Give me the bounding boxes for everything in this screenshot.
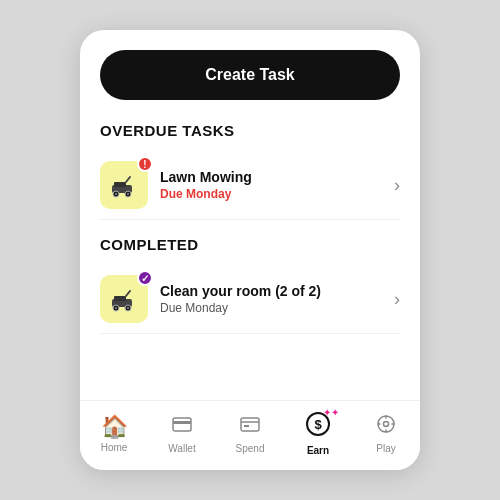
- nav-label-home: Home: [101, 442, 128, 453]
- nav-item-spend[interactable]: Spend: [216, 413, 284, 454]
- nav-item-wallet[interactable]: Wallet: [148, 413, 216, 454]
- nav-item-home[interactable]: 🏠 Home: [80, 414, 148, 453]
- completed-section-title: COMPLETED: [100, 236, 400, 253]
- svg-point-6: [127, 193, 129, 195]
- overdue-task-item[interactable]: ! Lawn Mowing Due Monday ›: [100, 151, 400, 220]
- nav-label-spend: Spend: [236, 443, 265, 454]
- overdue-task-chevron: ›: [394, 175, 400, 196]
- nav-label-wallet: Wallet: [168, 443, 195, 454]
- task-icon-completed: ✓: [100, 275, 148, 323]
- overdue-task-due: Due Monday: [160, 187, 394, 201]
- play-icon: [375, 413, 397, 441]
- completed-task-item[interactable]: ✓ Clean your room (2 of 2) Due Monday ›: [100, 265, 400, 334]
- svg-rect-15: [173, 421, 191, 424]
- nav-item-play[interactable]: Play: [352, 413, 420, 454]
- wallet-icon: [171, 413, 193, 441]
- task-icon-overdue: !: [100, 161, 148, 209]
- nav-label-play: Play: [376, 443, 395, 454]
- overdue-section-title: OVERDUE TASKS: [100, 122, 400, 139]
- completed-task-due: Due Monday: [160, 301, 394, 315]
- nav-item-earn[interactable]: $ ✦✦ Earn: [284, 411, 352, 456]
- svg-text:$: $: [314, 417, 322, 432]
- svg-point-5: [115, 193, 117, 195]
- main-content: Create Task OVERDUE TASKS ! Lawn Mowing: [80, 30, 420, 400]
- spend-icon: [239, 413, 261, 441]
- bottom-nav: 🏠 Home Wallet Spend: [80, 400, 420, 470]
- phone-container: Create Task OVERDUE TASKS ! Lawn Mowing: [80, 30, 420, 470]
- svg-rect-8: [114, 296, 126, 301]
- svg-rect-14: [173, 418, 191, 431]
- create-task-button[interactable]: Create Task: [100, 50, 400, 100]
- earn-icon: $ ✦✦: [305, 411, 331, 443]
- svg-point-12: [115, 307, 117, 309]
- overdue-task-info: Lawn Mowing Due Monday: [160, 169, 394, 201]
- svg-rect-16: [241, 418, 259, 431]
- overdue-badge: !: [137, 156, 153, 172]
- nav-label-earn: Earn: [307, 445, 329, 456]
- completed-task-name: Clean your room (2 of 2): [160, 283, 394, 299]
- svg-rect-18: [244, 425, 249, 427]
- svg-rect-1: [114, 182, 126, 187]
- completed-task-chevron: ›: [394, 289, 400, 310]
- svg-point-26: [384, 422, 389, 427]
- completed-task-info: Clean your room (2 of 2) Due Monday: [160, 283, 394, 315]
- earn-sparkles: ✦✦: [323, 407, 339, 418]
- completed-badge: ✓: [137, 270, 153, 286]
- home-icon: 🏠: [101, 414, 128, 440]
- overdue-task-name: Lawn Mowing: [160, 169, 394, 185]
- svg-line-2: [126, 177, 130, 182]
- svg-point-13: [127, 307, 129, 309]
- svg-line-9: [126, 291, 130, 296]
